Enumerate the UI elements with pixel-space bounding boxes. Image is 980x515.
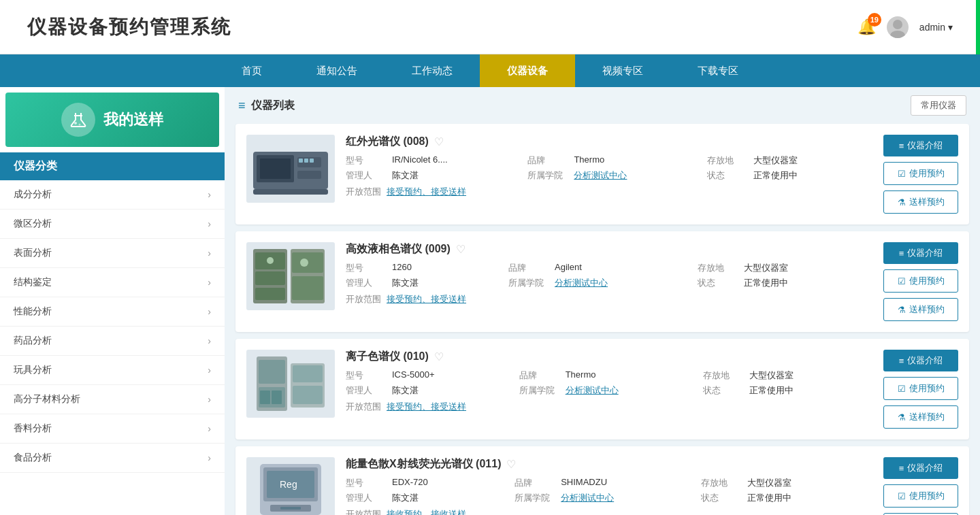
svg-point-3 — [74, 122, 77, 124]
favorite-heart-3[interactable]: ♡ — [506, 458, 516, 471]
sample-btn-0[interactable]: ⚗ 送样预约 — [883, 190, 958, 214]
book-btn-2[interactable]: ☑ 使用预约 — [883, 377, 958, 400]
svg-point-21 — [267, 257, 274, 264]
content-area: ≡ 仪器列表 常用仪器 — [225, 87, 980, 515]
nav-notice[interactable]: 通知公告 — [289, 54, 385, 87]
check-icon: ☑ — [898, 491, 906, 501]
sidebar-item-4[interactable]: 性能分析 › — [0, 297, 225, 327]
sample-btn-1[interactable]: ⚗ 送样预约 — [883, 298, 958, 321]
svg-rect-36 — [280, 507, 301, 510]
svg-rect-20 — [292, 276, 323, 300]
svg-point-1 — [890, 31, 905, 38]
chevron-right-icon: › — [208, 306, 211, 317]
chevron-right-icon: › — [208, 189, 211, 200]
sidebar-item-3[interactable]: 结构鉴定 › — [0, 268, 225, 297]
sidebar-item-8[interactable]: 香料分析 › — [0, 414, 225, 444]
favorite-heart-1[interactable]: ♡ — [456, 243, 466, 256]
intro-btn-3[interactable]: ≡ 仪器介绍 — [883, 457, 958, 479]
instrument-image-3: Reg — [246, 457, 335, 515]
favorite-heart-2[interactable]: ♡ — [434, 350, 444, 363]
list-btn-icon: ≡ — [899, 141, 904, 151]
sidebar-item-5[interactable]: 药品分析 › — [0, 327, 225, 356]
nav-video[interactable]: 视频专区 — [575, 54, 670, 87]
info-grid-0: 型号 IR/Nicolet 6.... 品牌 Thermo 存放地 大型仪器室 … — [346, 154, 872, 182]
svg-rect-7 — [260, 159, 291, 179]
svg-rect-30 — [272, 391, 282, 404]
svg-rect-16 — [255, 271, 285, 285]
notification-bell[interactable]: 🔔 19 — [858, 18, 876, 36]
sidebar-item-0[interactable]: 成分分析 › — [0, 180, 225, 210]
instrument-image-0 — [246, 135, 335, 203]
chevron-right-icon: › — [208, 277, 211, 288]
favorite-heart-0[interactable]: ♡ — [434, 135, 444, 148]
sidebar-item-2[interactable]: 表面分析 › — [0, 239, 225, 268]
open-range-1: 开放范围 接受预约、接受送样 — [346, 293, 872, 305]
svg-rect-9 — [297, 171, 321, 179]
svg-rect-24 — [259, 360, 285, 384]
instrument-name-3: 能量色散X射线荧光光谱仪 (011) — [346, 457, 501, 471]
instrument-name-0: 红外光谱仪 (008) — [346, 135, 429, 149]
common-instruments-btn[interactable]: 常用仪器 — [911, 95, 966, 116]
nav-instruments[interactable]: 仪器设备 — [480, 54, 575, 87]
book-btn-3[interactable]: ☑ 使用预约 — [883, 484, 958, 508]
instrument-actions-0: ≡ 仪器介绍 ☑ 使用预约 ⚗ 送样预约 — [883, 135, 958, 214]
sidebar: 我的送样 仪器分类 成分分析 › 微区分析 › 表面分析 › 结构鉴定 › 性能… — [0, 87, 225, 515]
chevron-right-icon: › — [208, 218, 211, 229]
main-layout: 我的送样 仪器分类 成分分析 › 微区分析 › 表面分析 › 结构鉴定 › 性能… — [0, 87, 980, 515]
instrument-card-1: 高效液相色谱仪 (009) ♡ 型号 1260 品牌 Agilent 存放地 大… — [235, 231, 969, 332]
svg-rect-11 — [304, 159, 308, 163]
chevron-right-icon: › — [208, 423, 211, 434]
open-range-0: 开放范围 接受预约、接受送样 — [346, 186, 872, 198]
svg-rect-13 — [253, 189, 328, 195]
svg-rect-17 — [255, 288, 285, 300]
intro-btn-0[interactable]: ≡ 仪器介绍 — [883, 135, 958, 156]
chevron-right-icon: › — [208, 248, 211, 259]
sidebar-item-7[interactable]: 高分子材料分析 › — [0, 385, 225, 414]
list-btn-icon: ≡ — [899, 356, 904, 366]
page-title: 仪器设备预约管理系统 — [27, 14, 231, 40]
content-title: ≡ 仪器列表 — [238, 99, 295, 113]
svg-rect-27 — [293, 365, 323, 382]
instrument-name-1: 高效液相色谱仪 (009) — [346, 242, 451, 256]
svg-rect-28 — [293, 386, 323, 404]
svg-text:Reg: Reg — [280, 479, 297, 490]
intro-btn-2[interactable]: ≡ 仪器介绍 — [883, 350, 958, 371]
sidebar-item-9[interactable]: 食品分析 › — [0, 444, 225, 473]
intro-btn-1[interactable]: ≡ 仪器介绍 — [883, 242, 958, 264]
admin-menu[interactable]: admin ▾ — [919, 22, 953, 33]
info-grid-3: 型号 EDX-720 品牌 SHIMADZU 存放地 大型仪器室 管理人 陈文湛… — [346, 477, 872, 504]
sample-icon: ⚗ — [898, 305, 906, 315]
header: 仪器设备预约管理系统 🔔 19 admin ▾ — [0, 0, 980, 54]
instrument-card-2: 离子色谱仪 (010) ♡ 型号 ICS-5000+ 品牌 Thermo 存放地… — [235, 339, 969, 439]
svg-point-22 — [300, 259, 308, 267]
instrument-card-3: Reg 能量色散X射线荧光光谱仪 (011) ♡ 型号 EDX-720 品牌 S… — [235, 446, 969, 515]
header-right: 🔔 19 admin ▾ — [858, 16, 953, 38]
instrument-info-2: 离子色谱仪 (010) ♡ 型号 ICS-5000+ 品牌 Thermo 存放地… — [346, 350, 872, 429]
my-sample-banner[interactable]: 我的送样 — [5, 93, 219, 147]
list-btn-icon: ≡ — [899, 463, 904, 474]
list-icon: ≡ — [238, 99, 246, 113]
flask-icon — [61, 103, 95, 137]
book-btn-0[interactable]: ☑ 使用预约 — [883, 162, 958, 185]
sample-btn-2[interactable]: ⚗ 送样预约 — [883, 405, 958, 429]
nav-news[interactable]: 工作动态 — [385, 54, 480, 87]
chevron-right-icon: › — [208, 365, 211, 376]
check-icon: ☑ — [898, 276, 906, 286]
check-icon: ☑ — [898, 384, 906, 394]
category-title: 仪器分类 — [0, 152, 225, 180]
list-btn-icon: ≡ — [899, 248, 904, 259]
instrument-actions-2: ≡ 仪器介绍 ☑ 使用预约 ⚗ 送样预约 — [883, 350, 958, 429]
instrument-info-1: 高效液相色谱仪 (009) ♡ 型号 1260 品牌 Agilent 存放地 大… — [346, 242, 872, 321]
avatar — [887, 16, 909, 38]
sidebar-item-6[interactable]: 玩具分析 › — [0, 356, 225, 385]
instrument-image-2 — [246, 350, 335, 418]
book-btn-1[interactable]: ☑ 使用预约 — [883, 269, 958, 293]
notification-badge: 19 — [868, 13, 881, 27]
sidebar-item-1[interactable]: 微区分析 › — [0, 210, 225, 239]
check-icon: ☑ — [898, 169, 906, 179]
nav-download[interactable]: 下载专区 — [670, 54, 766, 87]
instrument-info-0: 红外光谱仪 (008) ♡ 型号 IR/Nicolet 6.... 品牌 The… — [346, 135, 872, 214]
instrument-info-3: 能量色散X射线荧光光谱仪 (011) ♡ 型号 EDX-720 品牌 SHIMA… — [346, 457, 872, 515]
green-bar — [976, 0, 980, 54]
nav-home[interactable]: 首页 — [214, 54, 289, 87]
